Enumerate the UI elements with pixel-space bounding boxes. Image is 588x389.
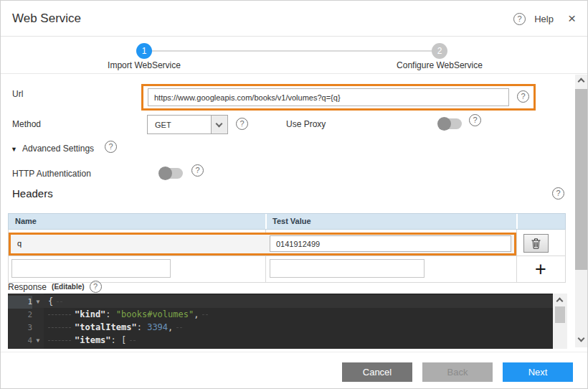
code-token: 3394	[147, 322, 168, 332]
code-token: {	[48, 296, 53, 306]
indent-guide	[48, 314, 71, 315]
response-code-editor[interactable]: 1▼{ 2"kind": "books#volumes", 3"totalIte…	[8, 294, 567, 349]
http-auth-label: HTTP Authentication	[12, 169, 91, 179]
code-token: ,	[194, 309, 199, 319]
headers-table-body: q +	[8, 230, 566, 283]
delete-header-button[interactable]	[523, 234, 549, 253]
whitespace-mark	[57, 301, 62, 302]
indent-guide	[48, 327, 71, 328]
fold-arrow-icon[interactable]: ▼	[32, 334, 44, 347]
indent-guide	[48, 340, 71, 341]
headers-table: Name Test Value q	[8, 213, 566, 283]
new-header-value-input[interactable]	[270, 259, 425, 278]
url-highlight-annotation: ?	[141, 84, 536, 111]
help-icon[interactable]: ?	[513, 13, 526, 25]
headers-help-icon[interactable]: ?	[552, 187, 564, 200]
url-help-icon[interactable]: ?	[517, 90, 529, 103]
whitespace-mark	[202, 314, 208, 315]
method-select[interactable]: GET	[147, 115, 228, 134]
editor-scrollbar-thumb[interactable]	[555, 306, 565, 323]
code-line: 4▼"items": [	[8, 334, 553, 347]
http-auth-help-icon[interactable]: ?	[191, 164, 204, 177]
scroll-up-icon[interactable]	[556, 298, 564, 305]
step-2-label: Configure WebService	[368, 60, 511, 70]
step-2-circle[interactable]: 2	[432, 43, 447, 59]
chevron-down-icon	[216, 121, 223, 128]
column-header-test-value: Test Value	[265, 214, 516, 229]
code-token: :	[111, 335, 121, 345]
response-label: Response	[8, 282, 47, 292]
code-line: 1▼{	[8, 295, 553, 308]
headers-section-title: Headers	[12, 187, 53, 200]
toggle-knob	[158, 167, 172, 180]
code-token: "kind"	[75, 309, 105, 319]
code-token: [	[121, 335, 126, 345]
method-label: Method	[12, 119, 41, 129]
method-help-icon[interactable]: ?	[236, 118, 248, 130]
whitespace-mark	[176, 327, 182, 328]
close-icon[interactable]: ×	[568, 11, 576, 27]
stepper-connector	[144, 50, 440, 52]
step-1-label: Import WebService	[72, 60, 216, 70]
dialog-title: Web Service	[12, 11, 81, 26]
next-button[interactable]: Next	[503, 362, 573, 382]
wizard-stepper: 1 2 Import WebService Configure WebServi…	[1, 37, 587, 74]
code-token: ,	[168, 322, 173, 332]
headers-table-header: Name Test Value	[8, 213, 566, 230]
response-help-icon[interactable]: ?	[90, 281, 102, 293]
dialog-content: Url ? Method GET ? Use Proxy ? ▼ Advance…	[1, 74, 587, 352]
back-button[interactable]: Back	[422, 362, 493, 382]
code-token: "books#volumes"	[116, 309, 194, 319]
toggle-knob	[437, 117, 451, 131]
editor-scrollbar[interactable]	[553, 294, 567, 349]
line-number: 4	[8, 334, 32, 347]
method-select-value: GET	[155, 121, 171, 129]
header-test-value-input[interactable]	[270, 235, 511, 252]
code-line: 3"totalItems": 3394,	[8, 321, 553, 334]
code-line: 2"kind": "books#volumes",	[8, 308, 553, 321]
add-header-button[interactable]: +	[516, 257, 565, 283]
header-name-cell[interactable]: q	[11, 235, 263, 253]
web-service-dialog: Web Service ? Help × 1 2 Import WebServi…	[0, 0, 588, 389]
collapse-triangle-icon[interactable]: ▼	[11, 146, 17, 153]
help-link[interactable]: Help	[534, 14, 554, 24]
scroll-up-icon[interactable]	[578, 78, 585, 85]
use-proxy-label: Use Proxy	[286, 119, 326, 129]
row-divider	[9, 256, 565, 256]
code-token: :	[105, 309, 115, 319]
use-proxy-help-icon[interactable]: ?	[469, 114, 481, 126]
code-token: "totalItems"	[75, 322, 137, 332]
line-number: 2	[8, 309, 32, 322]
page-scrollbar[interactable]	[575, 75, 587, 347]
use-proxy-toggle[interactable]	[439, 118, 462, 129]
scroll-down-icon[interactable]	[578, 335, 585, 342]
http-auth-toggle[interactable]	[160, 168, 183, 179]
step-1-circle[interactable]: 1	[136, 43, 152, 59]
code-token: "items"	[75, 335, 111, 345]
response-editable-label: (Editable)	[52, 283, 85, 291]
title-bar: Web Service ? Help ×	[1, 1, 587, 37]
whitespace-mark	[130, 340, 136, 341]
method-select-arrow[interactable]	[211, 116, 227, 133]
cancel-button[interactable]: Cancel	[342, 362, 412, 382]
trash-icon	[531, 238, 541, 249]
code-token: :	[137, 322, 147, 332]
line-number: 1	[8, 296, 32, 309]
column-header-name: Name	[9, 214, 265, 229]
new-header-name-input[interactable]	[11, 259, 171, 278]
advanced-settings-help-icon[interactable]: ?	[105, 141, 117, 153]
url-input[interactable]	[148, 88, 509, 106]
column-header-actions	[516, 214, 565, 229]
page-scrollbar-thumb[interactable]	[575, 89, 587, 270]
fold-arrow-icon[interactable]: ▼	[32, 296, 44, 309]
line-number: 3	[8, 322, 32, 334]
url-label: Url	[12, 89, 23, 99]
advanced-settings-label[interactable]: Advanced Settings	[22, 144, 94, 154]
